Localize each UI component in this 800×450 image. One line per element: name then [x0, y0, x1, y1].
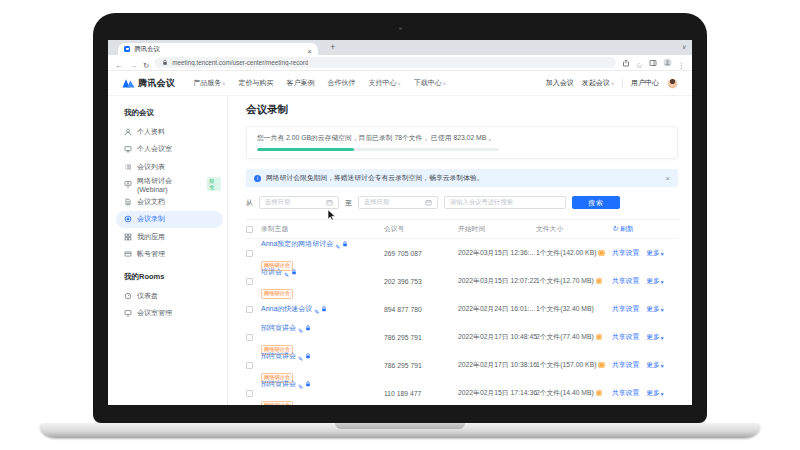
sidebar-item-meeting-recordings[interactable]: 会议录制	[116, 211, 223, 229]
lock-icon[interactable]	[342, 241, 348, 247]
search-button[interactable]: 搜索	[572, 196, 620, 209]
table-row: 招聘宣讲会 网络研讨会 110 189 477 2022年02月15日 17:1…	[246, 379, 678, 405]
url-bar[interactable]: meeting.tencent.com/user-center/meeting-…	[155, 57, 615, 68]
recording-title-link[interactable]: 培训会	[261, 267, 282, 277]
more-dropdown[interactable]: 更多	[646, 276, 663, 286]
lock-icon[interactable]	[321, 306, 327, 312]
edit-icon[interactable]	[314, 300, 319, 318]
row-checkbox[interactable]	[246, 390, 253, 397]
sidebar-item-meeting-docs[interactable]: 会议文档	[124, 193, 221, 211]
sidebar-item-account[interactable]: 帐号管理	[124, 246, 221, 264]
sidebar-item-rooms-management[interactable]: 会议室管理	[124, 305, 221, 323]
share-icon[interactable]	[622, 59, 630, 67]
share-settings-link[interactable]: 共享设置	[612, 304, 639, 314]
browser-menu-icon[interactable]	[678, 55, 686, 71]
edit-icon[interactable]	[298, 375, 303, 393]
more-dropdown[interactable]: 更多	[646, 248, 663, 258]
meeting-number: 269 705 087	[384, 250, 458, 257]
lock-icon[interactable]	[305, 381, 311, 387]
brand-logo[interactable]: 腾讯会议	[122, 77, 175, 90]
reload-icon[interactable]	[143, 55, 149, 71]
more-dropdown[interactable]: 更多	[646, 388, 663, 398]
refresh-button[interactable]: 刷新	[612, 224, 633, 234]
site-favicon-icon	[124, 46, 130, 52]
calendar-icon	[326, 199, 333, 206]
meeting-room-icon	[124, 309, 132, 317]
free-badge: 限免	[207, 177, 221, 191]
user-center-link[interactable]: 用户中心	[631, 78, 659, 88]
storage-text: 您一共有 2.00 GB的云存储空间，目前已录制 78个文件， 已使用 823.…	[257, 133, 667, 143]
notice-close-icon[interactable]	[665, 174, 670, 183]
lock-icon[interactable]	[291, 269, 297, 275]
more-dropdown[interactable]: 更多	[646, 304, 663, 314]
file-size: 2个文件(77.40 MB)	[536, 332, 594, 342]
tab-list-chevron-icon[interactable]	[682, 43, 686, 50]
nav-partners[interactable]: 合作伙伴	[328, 78, 356, 88]
laptop-base-notch	[335, 423, 465, 429]
nav-support[interactable]: 支持中心	[369, 78, 401, 88]
row-checkbox[interactable]	[246, 306, 253, 313]
tab-title: 腾讯会议	[134, 45, 303, 54]
sidebar-item-profile[interactable]: 个人资料	[124, 123, 221, 141]
more-dropdown[interactable]: 更多	[646, 360, 663, 370]
back-icon[interactable]	[115, 55, 123, 71]
url-text: meeting.tencent.com/user-center/meeting-…	[172, 59, 308, 66]
lock-icon[interactable]	[305, 353, 311, 359]
webcam-dot	[399, 27, 402, 30]
recording-title-link[interactable]: 招聘宣讲会	[261, 351, 296, 361]
edit-icon[interactable]	[298, 319, 303, 337]
row-checkbox[interactable]	[246, 278, 253, 285]
chevron-down-icon	[661, 278, 664, 285]
recording-title-link[interactable]: 招聘宣讲会	[261, 379, 296, 389]
recording-title-link[interactable]: 招聘宣讲会	[261, 323, 296, 333]
chevron-down-icon	[611, 81, 614, 86]
edit-icon[interactable]	[298, 347, 303, 365]
share-settings-link[interactable]: 共享设置	[612, 388, 639, 398]
row-checkbox[interactable]	[246, 334, 253, 341]
laptop-mockup: 腾讯会议 meeting.tencent.com/user-center/mee…	[0, 0, 800, 450]
storage-card: 您一共有 2.00 GB的云存储空间，目前已录制 78个文件， 已使用 823.…	[246, 126, 678, 159]
row-checkbox[interactable]	[246, 362, 253, 369]
browser-tab[interactable]: 腾讯会议	[118, 43, 318, 55]
browser-toolbar: meeting.tencent.com/user-center/meeting-…	[108, 55, 692, 71]
profile-icon[interactable]	[663, 58, 672, 67]
nav-download[interactable]: 下载中心	[414, 78, 446, 88]
nav-products[interactable]: 产品服务	[193, 78, 225, 88]
avatar[interactable]	[667, 78, 678, 89]
nav-pricing[interactable]: 定价与购买	[239, 78, 274, 88]
side-panel-icon[interactable]	[649, 59, 657, 67]
nav-cases[interactable]: 客户案例	[287, 78, 315, 88]
sidebar-item-my-apps[interactable]: 我的应用	[124, 228, 221, 246]
forward-icon[interactable]	[129, 55, 137, 71]
more-dropdown[interactable]: 更多	[646, 332, 663, 342]
share-settings-link[interactable]: 共享设置	[612, 360, 639, 370]
webinar-tag: 网络研讨会	[261, 289, 293, 299]
bookmark-star-icon[interactable]	[636, 55, 643, 71]
recording-title-link[interactable]: Anna的快速会议	[261, 304, 312, 314]
transcode-badge-icon	[596, 334, 603, 341]
lock-icon[interactable]	[305, 325, 311, 331]
start-date-input[interactable]: 选择日期	[259, 196, 339, 209]
join-meeting-link[interactable]: 加入会议	[546, 78, 574, 88]
share-settings-link[interactable]: 共享设置	[612, 332, 639, 342]
edit-icon[interactable]	[284, 263, 289, 281]
sidebar-item-dashboard[interactable]: 仪表盘	[124, 287, 221, 305]
end-date-input[interactable]: 选择日期	[358, 196, 438, 209]
filter-bar: 从 选择日期 至 选择日期 请输入会议号进行搜索	[246, 196, 678, 209]
edit-icon[interactable]	[335, 235, 340, 253]
webinar-icon	[124, 180, 132, 188]
share-settings-link[interactable]: 共享设置	[612, 248, 639, 258]
recording-title-link[interactable]: Anna预定的网络研讨会	[261, 239, 333, 249]
sidebar-item-meeting-list[interactable]: 会议列表	[124, 158, 221, 176]
webinar-tag: 网络研讨会	[261, 401, 293, 405]
start-meeting-dropdown[interactable]: 发起会议	[582, 78, 614, 88]
meeting-number-search-input[interactable]: 请输入会议号进行搜索	[444, 196, 566, 209]
sidebar-item-webinar[interactable]: 网络研讨会(Webinar) 限免	[124, 176, 221, 194]
tab-close-icon[interactable]	[307, 41, 312, 57]
select-all-checkbox[interactable]	[246, 226, 253, 233]
sidebar-item-personal-room[interactable]: 个人会议室	[124, 141, 221, 159]
new-tab-button[interactable]	[330, 42, 335, 52]
row-checkbox[interactable]	[246, 250, 253, 257]
info-icon: i	[254, 175, 261, 182]
share-settings-link[interactable]: 共享设置	[612, 276, 639, 286]
